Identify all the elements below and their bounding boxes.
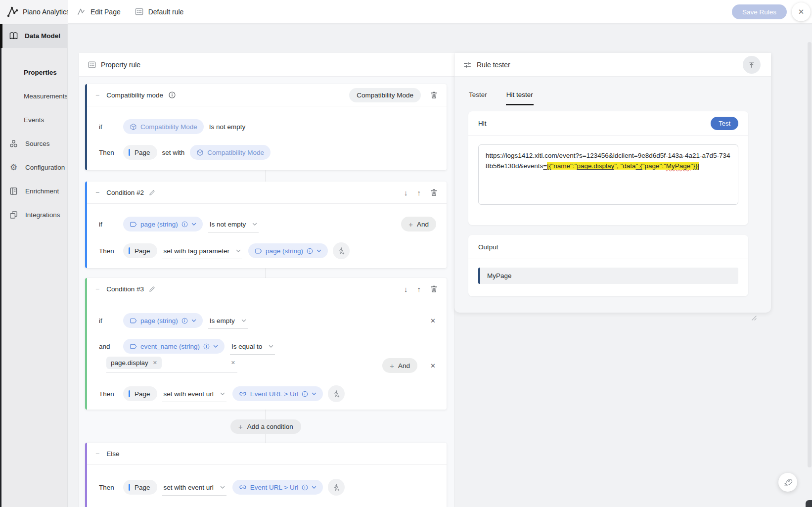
- set-with-select[interactable]: set with event url: [162, 481, 226, 496]
- property-pill-page-string[interactable]: page (string): [248, 243, 328, 258]
- trash-icon[interactable]: [430, 285, 438, 293]
- move-down-icon[interactable]: ↓: [404, 189, 408, 196]
- info-icon[interactable]: [169, 92, 176, 98]
- verb-label: set with: [162, 149, 185, 156]
- remove-condition-line-icon[interactable]: ✕: [430, 317, 436, 324]
- value-input[interactable]: page.display ✕ ✕: [106, 357, 237, 372]
- property-pill-page-string[interactable]: page (string): [123, 313, 203, 328]
- connector-line: [266, 268, 266, 278]
- page-pill[interactable]: Page: [123, 243, 157, 258]
- page-pill[interactable]: Page: [123, 145, 157, 160]
- panel-resize-handle[interactable]: [751, 315, 759, 323]
- clear-input-icon[interactable]: ✕: [231, 360, 235, 366]
- collapse-icon[interactable]: −: [95, 91, 99, 99]
- set-with-select[interactable]: set with tag parameter: [162, 245, 243, 259]
- tag-icon: [130, 221, 137, 228]
- rename-pencil-icon[interactable]: [149, 286, 155, 292]
- rule-list-icon: [88, 60, 96, 69]
- operator-label: Is not empty: [209, 123, 246, 131]
- trash-icon[interactable]: [430, 91, 438, 99]
- sidebar-item-data-model[interactable]: Data Model: [0, 24, 67, 48]
- sidebar-item-measurements[interactable]: Measurements: [0, 84, 67, 108]
- property-pill-page-string[interactable]: page (string): [123, 217, 203, 231]
- transformation-bolt-button[interactable]: [328, 479, 345, 496]
- add-and-condition-button[interactable]: +And: [382, 358, 417, 373]
- page-pill[interactable]: Page: [123, 386, 157, 401]
- property-pill-compatibility-mode[interactable]: Compatibility Mode: [190, 145, 271, 160]
- transformation-bolt-button[interactable]: [333, 242, 350, 259]
- operator-select[interactable]: Is not empty: [208, 218, 259, 232]
- close-icon: ✕: [798, 7, 805, 16]
- info-icon: [181, 318, 188, 324]
- property-pill-event-url[interactable]: Event URL > Url: [232, 386, 323, 401]
- add-and-condition-button[interactable]: +And: [401, 217, 436, 231]
- piano-analytics-logo-icon: [6, 5, 19, 18]
- save-rules-button[interactable]: Save Rules: [732, 4, 787, 19]
- remove-chip-icon[interactable]: ✕: [153, 360, 157, 366]
- sidebar-item-events[interactable]: Events: [0, 108, 67, 132]
- edit-pen-icon: [77, 7, 86, 16]
- property-rule-body: − Compatibility mode Compatibility Mode …: [79, 77, 454, 507]
- card-compatibility-mode: − Compatibility mode Compatibility Mode …: [85, 84, 447, 170]
- hit-url-input[interactable]: https://logs1412.xiti.com/event?s=123456…: [478, 144, 738, 205]
- test-button[interactable]: Test: [711, 117, 738, 130]
- property-pill-event-url[interactable]: Event URL > Url: [232, 480, 323, 495]
- trash-icon[interactable]: [430, 188, 438, 196]
- move-up-icon[interactable]: ↑: [417, 189, 421, 196]
- card-condition-2: − Condition #2 ↓ ↑: [85, 182, 447, 268]
- rule-tester-header: Rule tester: [454, 53, 771, 77]
- hit-title: Hit: [478, 120, 487, 127]
- output-title: Output: [478, 243, 498, 251]
- move-up-icon[interactable]: ↑: [417, 285, 421, 293]
- sidebar-item-enrichment[interactable]: Enrichment: [0, 179, 67, 203]
- panel-title: Rule tester: [477, 61, 510, 69]
- set-with-select[interactable]: set with event url: [162, 388, 226, 402]
- property-rule-panel: Property rule − Compatibility mode Compa…: [79, 53, 454, 507]
- info-icon: [307, 248, 313, 254]
- collapse-icon[interactable]: −: [95, 450, 99, 458]
- link-icon: [239, 483, 247, 491]
- vertical-scrollbar[interactable]: [808, 42, 812, 467]
- collapse-icon[interactable]: −: [95, 188, 99, 196]
- connector-line: [266, 410, 266, 419]
- info-icon: [302, 391, 308, 397]
- bolt-icon: [332, 390, 340, 398]
- page-title: Edit Page: [90, 8, 121, 16]
- sidebar-item-sources[interactable]: Sources: [0, 132, 67, 155]
- cube-icon: [196, 149, 204, 156]
- output-card: Output MyPage: [468, 235, 748, 296]
- export-hit-button[interactable]: [743, 56, 761, 74]
- operator-select[interactable]: Is equal to: [230, 340, 275, 355]
- rule-tester-panel: Rule tester Tester Hit tester Hit Test h…: [454, 53, 771, 313]
- sidebar-item-properties[interactable]: Properties: [0, 60, 67, 84]
- remove-condition-line-icon[interactable]: ✕: [430, 362, 436, 369]
- property-pill-event-name-string[interactable]: event_name (string): [123, 339, 225, 354]
- close-button[interactable]: ✕: [792, 2, 811, 21]
- move-down-icon[interactable]: ↓: [404, 285, 408, 293]
- tab-hit-tester[interactable]: Hit tester: [506, 91, 534, 105]
- add-condition-button[interactable]: + Add a condition: [230, 419, 301, 434]
- chevron-down-icon: [269, 345, 273, 348]
- property-rule-header: Property rule: [79, 53, 454, 77]
- feedback-rocket-button[interactable]: [778, 473, 797, 492]
- chevron-down-icon: [220, 486, 225, 489]
- info-icon: [302, 484, 308, 491]
- sliders-icon: [463, 60, 472, 69]
- page-pill[interactable]: Page: [123, 480, 157, 495]
- operator-select[interactable]: Is empty: [208, 315, 248, 329]
- chevron-down-icon: [213, 345, 218, 348]
- bolt-icon: [337, 247, 345, 255]
- chevron-down-icon: [220, 392, 225, 396]
- tab-tester[interactable]: Tester: [468, 91, 488, 105]
- tag-icon: [130, 317, 137, 324]
- collapse-icon[interactable]: −: [95, 285, 99, 293]
- property-pill-compatibility-mode[interactable]: Compatibility Mode: [123, 119, 204, 134]
- sidebar-item-configuration[interactable]: ⚙ Configuration: [0, 155, 67, 179]
- transformation-bolt-button[interactable]: [328, 385, 345, 402]
- info-icon: [203, 343, 210, 350]
- sidebar-item-integrations[interactable]: Integrations: [0, 203, 67, 227]
- chevron-down-icon: [312, 392, 316, 396]
- rename-pencil-icon[interactable]: [149, 189, 155, 196]
- value-chip[interactable]: page.display ✕: [106, 357, 162, 369]
- app-root: Piano Analytics Edit Page Default rule S…: [0, 0, 812, 507]
